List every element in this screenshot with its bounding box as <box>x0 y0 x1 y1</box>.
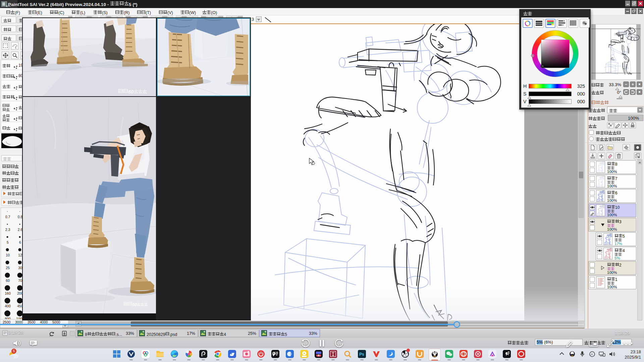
svg-text:30: 30 <box>337 343 341 347</box>
svg-text:Ps: Ps <box>359 352 364 357</box>
svg-text:10: 10 <box>304 343 308 347</box>
svg-text:A: A <box>591 353 593 356</box>
